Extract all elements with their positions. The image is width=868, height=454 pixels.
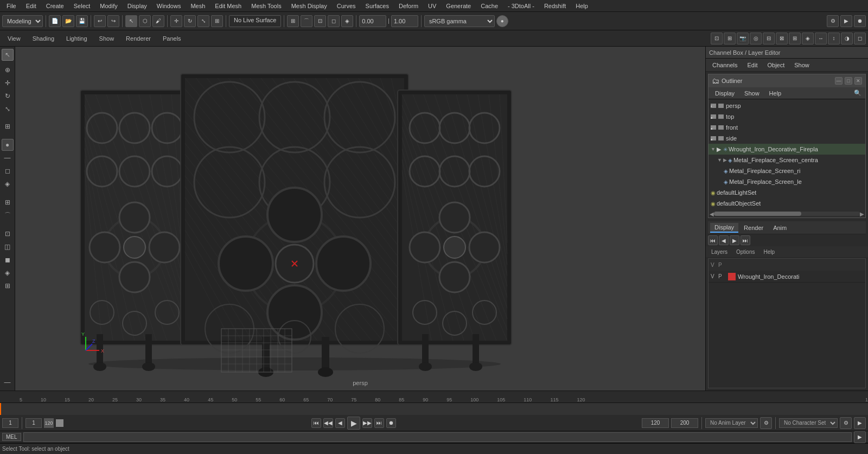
snap-surface-btn[interactable]: ◻: [328, 15, 340, 27]
outliner-minimize[interactable]: —: [835, 77, 843, 85]
scroll-right-btn[interactable]: ▶: [860, 211, 864, 217]
layer-prev-btn[interactable]: ⏮: [708, 235, 718, 245]
menu-3dtoall[interactable]: - 3DtoAll -: [503, 2, 539, 10]
expand-central[interactable]: ▼: [717, 157, 722, 163]
component-edge[interactable]: —: [2, 152, 14, 164]
menu-cache[interactable]: Cache: [476, 2, 502, 10]
wireframe-btn[interactable]: ◻: [854, 33, 866, 44]
outliner-item-objectset[interactable]: ◉ defaultObjectSet: [709, 198, 865, 209]
save-scene-btn[interactable]: 💾: [76, 15, 88, 27]
snap-grid-left[interactable]: ⊞: [2, 196, 14, 208]
step-fwd-btn[interactable]: ▶▶: [362, 418, 372, 428]
render-btn[interactable]: ▶: [840, 15, 852, 27]
tab-shading[interactable]: Shading: [27, 34, 60, 43]
component-uvs[interactable]: ◈: [2, 178, 14, 190]
lasso-select-btn[interactable]: ⬡: [139, 15, 151, 27]
expand-central2[interactable]: ▶: [723, 157, 727, 163]
tab-edit[interactable]: Edit: [743, 61, 762, 69]
max-frame-input[interactable]: 200: [671, 418, 698, 428]
translate-y-input[interactable]: 1.00: [391, 15, 418, 27]
component-face[interactable]: ◻: [2, 165, 14, 177]
outliner-item-lightset[interactable]: ◉ defaultLightSet: [709, 187, 865, 198]
snap-curve-btn[interactable]: ⌒: [301, 15, 312, 27]
char-set-more-btn[interactable]: ▶: [854, 417, 866, 429]
skip-to-end-btn[interactable]: ⏭: [374, 418, 384, 428]
tab-object[interactable]: Object: [763, 61, 789, 69]
menu-mesh[interactable]: Mesh: [186, 2, 209, 10]
menu-deform[interactable]: Deform: [394, 2, 423, 10]
char-set-dropdown[interactable]: No Character Set: [779, 418, 838, 428]
layer-row-wrought[interactable]: V P Wrought_Iron_Decorati: [709, 271, 865, 283]
outliner-item-persp[interactable]: ▪ persp: [709, 100, 865, 111]
layer-v-wrought[interactable]: V: [711, 273, 718, 279]
layer-back-btn[interactable]: ◀: [719, 235, 729, 245]
menu-edit-mesh[interactable]: Edit Mesh: [210, 2, 246, 10]
viewport[interactable]: X Y Z persp: [15, 47, 705, 391]
range-start-input[interactable]: 1: [25, 418, 42, 428]
menu-windows[interactable]: Windows: [152, 2, 186, 10]
layer-next-btn[interactable]: ⏭: [741, 235, 750, 245]
open-scene-btn[interactable]: 📂: [62, 15, 74, 27]
universal-manip[interactable]: ⊞: [2, 120, 14, 132]
tab-render[interactable]: Render: [739, 223, 768, 232]
step-back-btn[interactable]: ◀◀: [323, 418, 333, 428]
layer-fwd-btn[interactable]: ▶: [730, 235, 739, 245]
new-scene-btn[interactable]: 📄: [49, 15, 61, 27]
outliner-item-right[interactable]: ◈ Metal_Fireplace_Screen_ri: [709, 165, 865, 176]
outliner-maximize[interactable]: □: [845, 77, 852, 85]
menu-mesh-display[interactable]: Mesh Display: [287, 2, 331, 10]
tab-show[interactable]: Show: [94, 34, 120, 43]
ipr-btn[interactable]: ⏺: [854, 15, 866, 27]
move-tool-btn[interactable]: ✛: [170, 15, 182, 27]
tab-anim[interactable]: Anim: [769, 223, 791, 232]
outliner-item-wrought[interactable]: ▼ ▶ ✳ Wrought_Iron_Decorative_Firepla: [709, 144, 865, 155]
transform-tool-btn[interactable]: ⊞: [211, 15, 223, 27]
outliner-menu-display[interactable]: Display: [711, 89, 739, 98]
workspace-dropdown[interactable]: Modeling: [2, 15, 43, 27]
move-tool-left[interactable]: ✛: [2, 77, 14, 89]
rotate-tool-btn[interactable]: ↻: [184, 15, 196, 27]
camera-select-btn[interactable]: 📷: [737, 33, 749, 44]
scroll-left-btn[interactable]: ◀: [710, 211, 714, 217]
menu-display[interactable]: Display: [123, 2, 151, 10]
safe-areas-btn[interactable]: ⊠: [776, 33, 788, 44]
record-btn[interactable]: ⏺: [386, 418, 396, 428]
display-mode-3[interactable]: ◼: [2, 254, 14, 266]
scale-tool-btn[interactable]: ⤡: [197, 15, 209, 27]
tab-display[interactable]: Display: [710, 223, 738, 233]
tab-lighting[interactable]: Lighting: [61, 34, 93, 43]
menu-modify[interactable]: Modify: [95, 2, 122, 10]
current-frame-input[interactable]: 1: [2, 418, 18, 428]
select-tool[interactable]: ↖: [2, 49, 14, 61]
outliner-search-icon[interactable]: 🔍: [852, 89, 863, 98]
rotate-tool-left[interactable]: ↻: [2, 90, 14, 102]
viewport-tool-1[interactable]: ↔: [815, 33, 827, 44]
outliner-scrollbar[interactable]: [714, 212, 860, 216]
translate-x-input[interactable]: 0.00: [359, 15, 386, 27]
bottom-tool[interactable]: —: [2, 376, 14, 388]
layer-p-wrought[interactable]: P: [718, 273, 726, 279]
display-mode-4[interactable]: ◈: [2, 267, 14, 279]
display-mode-1[interactable]: ⊡: [2, 228, 14, 240]
menu-mesh-tools[interactable]: Mesh Tools: [247, 2, 285, 10]
menu-uv[interactable]: UV: [424, 2, 441, 10]
tab-show-ch[interactable]: Show: [790, 61, 814, 69]
script-run-btn[interactable]: ▶: [854, 431, 866, 443]
viewport-tool-2[interactable]: ↕: [828, 33, 840, 44]
skip-to-start-btn[interactable]: ⏮: [311, 418, 321, 428]
anim-layer-dropdown[interactable]: No Anim Layer: [705, 418, 758, 428]
outliner-menu-show[interactable]: Show: [740, 89, 764, 98]
menu-surfaces[interactable]: Surfaces: [361, 2, 393, 10]
layers-tab[interactable]: Layers: [708, 248, 731, 256]
end-frame-input[interactable]: 120: [642, 418, 669, 428]
outliner-item-side[interactable]: ▪ side: [709, 133, 865, 144]
menu-curves[interactable]: Curves: [333, 2, 360, 10]
snap-grid-btn[interactable]: ⊞: [287, 15, 299, 27]
tab-panels[interactable]: Panels: [157, 34, 187, 43]
display-mode-5[interactable]: ⊞: [2, 280, 14, 292]
timeline-track[interactable]: [0, 403, 868, 415]
menu-create[interactable]: Create: [42, 2, 68, 10]
tab-channels[interactable]: Channels: [708, 61, 742, 69]
snap-point-btn[interactable]: ⊡: [314, 15, 326, 27]
tab-view[interactable]: View: [2, 34, 26, 43]
